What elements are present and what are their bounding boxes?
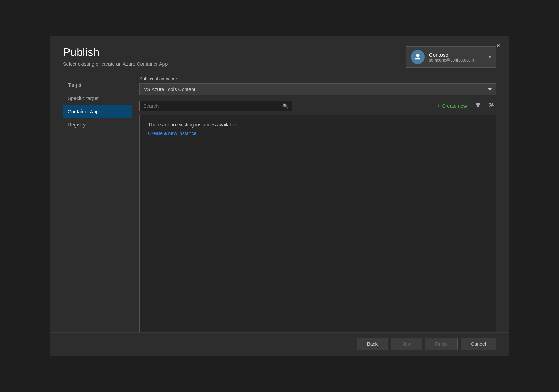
dialog-title: Publish [63,46,168,58]
subscription-select[interactable]: VS Azure Tools Content [139,83,496,95]
sidebar: Target Specific target Container App Reg… [63,76,132,332]
account-name: Contoso [429,52,485,58]
refresh-icon [488,103,494,108]
finish-button[interactable]: Finish [425,338,458,350]
back-button[interactable]: Back [357,338,388,350]
header-text: Publish Select existing or create an Azu… [63,46,168,67]
account-box[interactable]: Contoso someone@contoso.com ▾ [406,46,496,68]
dialog-footer: Back Next Finish Cancel [50,332,509,356]
search-input[interactable] [143,103,281,109]
subscription-label: Subscription name [139,76,496,81]
main-content: Subscription name VS Azure Tools Content… [132,76,496,332]
dialog-body: Target Specific target Container App Reg… [50,68,509,332]
dialog-header: Publish Select existing or create an Azu… [50,36,509,68]
cancel-button[interactable]: Cancel [461,338,496,350]
account-info: Contoso someone@contoso.com [429,52,485,63]
search-icon: 🔍 [283,103,289,109]
search-toolbar: 🔍 + Create new [139,101,496,111]
account-email: someone@contoso.com [429,58,485,63]
instances-panel: There are no existing instances availabl… [139,115,496,332]
publish-dialog: × Publish Select existing or create an A… [50,36,509,356]
create-new-label: Create new [442,103,467,109]
filter-icon-button[interactable] [473,101,483,111]
account-avatar [411,50,425,64]
search-box[interactable]: 🔍 [139,101,292,111]
next-button[interactable]: Next [391,338,422,350]
dialog-subtitle: Select existing or create an Azure Conta… [63,61,168,67]
no-instances-text: There are no existing instances availabl… [148,122,487,128]
subscription-group: Subscription name VS Azure Tools Content [139,76,496,95]
filter-icon [475,103,481,108]
chevron-down-icon: ▾ [489,55,491,59]
create-new-button[interactable]: + Create new [434,101,470,111]
plus-icon: + [437,103,440,109]
sidebar-item-registry[interactable]: Registry [63,119,132,131]
account-icon [414,53,422,61]
sidebar-item-container-app[interactable]: Container App [63,105,132,118]
sidebar-item-specific-target[interactable]: Specific target [63,92,132,105]
refresh-icon-button[interactable] [486,101,496,111]
close-button[interactable]: × [494,41,502,50]
create-instance-link[interactable]: Create a new instance [148,131,196,136]
sidebar-item-target[interactable]: Target [63,79,132,91]
